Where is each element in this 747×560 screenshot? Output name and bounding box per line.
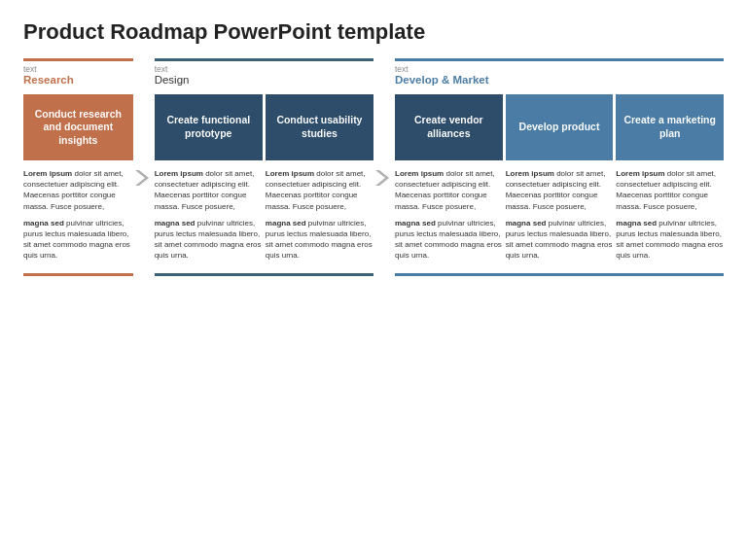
develop-body1-1: Lorem ipsum dolor sit amet, consectetuer…: [506, 168, 614, 212]
design-card-0: Create functional prototype: [155, 94, 263, 160]
design-card-1: Conduct usability studies: [266, 94, 374, 160]
design-columns: Create functional prototype Lorem ipsum …: [155, 94, 374, 267]
svg-marker-0: [135, 170, 149, 186]
research-group: text Research Conduct research and docum…: [23, 58, 133, 276]
page-title: Product Roadmap PowerPoint template: [23, 19, 724, 45]
design-body2-0: magna sed pulvinar ultricies, purus lect…: [155, 218, 263, 262]
develop-body2-2: magna sed pulvinar ultricies, purus lect…: [616, 218, 724, 262]
design-bottom-bar: [155, 273, 374, 276]
design-header: text Design: [155, 58, 374, 88]
design-body2-1: magna sed pulvinar ultricies, purus lect…: [266, 218, 374, 262]
research-header-title: Research: [23, 74, 133, 86]
arrow-icon-2: [375, 168, 391, 188]
develop-col-0: Create vendor alliances Lorem ipsum dolo…: [395, 94, 503, 267]
develop-group: text Develop & Market Create vendor alli…: [395, 58, 724, 276]
develop-col-2: Create a marketing plan Lorem ipsum dolo…: [616, 94, 724, 267]
develop-header-title: Develop & Market: [395, 74, 724, 86]
develop-body2-0: magna sed pulvinar ultricies, purus lect…: [395, 218, 503, 262]
design-body1-0: Lorem ipsum dolor sit amet, consectetuer…: [155, 168, 263, 212]
design-group: text Design Create functional prototype …: [155, 58, 374, 276]
develop-header: text Develop & Market: [395, 58, 724, 88]
develop-card-1: Develop product: [506, 94, 614, 160]
develop-header-label: text: [395, 64, 724, 74]
research-body2-0: magna sed pulvinar ultricies, purus lect…: [23, 218, 133, 262]
arrow-icon-1: [135, 168, 151, 188]
research-body1-0: Lorem ipsum dolor sit amet, consectetuer…: [23, 168, 133, 212]
research-header-label: text: [23, 64, 133, 74]
research-header: text Research: [23, 58, 133, 88]
develop-columns: Create vendor alliances Lorem ipsum dolo…: [395, 94, 724, 267]
research-col-0: Conduct research and document insights L…: [23, 94, 133, 267]
develop-bottom-bar: [395, 273, 724, 276]
design-body1-1: Lorem ipsum dolor sit amet, consectetuer…: [266, 168, 374, 212]
research-bottom-bar: [23, 273, 133, 276]
develop-body1-2: Lorem ipsum dolor sit amet, consectetuer…: [616, 168, 724, 212]
develop-col-1: Develop product Lorem ipsum dolor sit am…: [506, 94, 614, 267]
develop-body1-0: Lorem ipsum dolor sit amet, consectetuer…: [395, 168, 503, 212]
develop-card-0: Create vendor alliances: [395, 94, 503, 160]
arrow-1: [133, 58, 153, 276]
design-header-label: text: [155, 64, 374, 74]
research-card-0: Conduct research and document insights: [23, 94, 133, 160]
arrow-2: [374, 58, 393, 276]
roadmap-layout: text Research Conduct research and docum…: [23, 58, 724, 276]
develop-body2-1: magna sed pulvinar ultricies, purus lect…: [506, 218, 614, 262]
design-header-title: Design: [155, 74, 374, 86]
research-columns: Conduct research and document insights L…: [23, 94, 133, 267]
svg-marker-1: [375, 170, 389, 186]
develop-card-2: Create a marketing plan: [616, 94, 724, 160]
design-col-0: Create functional prototype Lorem ipsum …: [155, 94, 263, 267]
design-col-1: Conduct usability studies Lorem ipsum do…: [266, 94, 374, 267]
